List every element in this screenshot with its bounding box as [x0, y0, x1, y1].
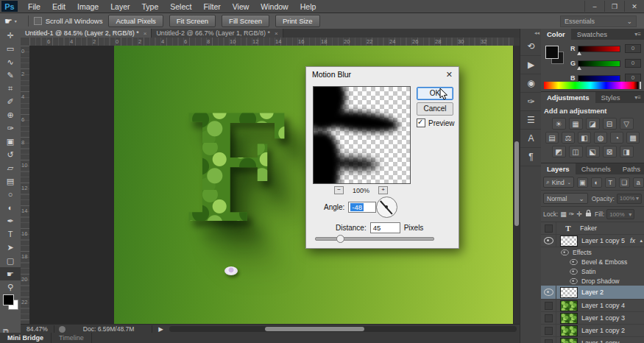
- panel-menu-icon[interactable]: ▾≡: [634, 31, 644, 38]
- adjustment-icon[interactable]: ◨: [620, 146, 634, 158]
- eyedropper-tool[interactable]: ✐: [0, 95, 21, 108]
- adjustment-icon[interactable]: ◧: [578, 132, 591, 144]
- slider-handle[interactable]: [577, 66, 581, 70]
- layer-row-layer-1-copy-3[interactable]: Layer 1 copy 3: [541, 312, 644, 325]
- layer-row-drop-shadow[interactable]: Drop Shadow: [541, 276, 644, 286]
- close-icon[interactable]: ×: [144, 30, 147, 37]
- channel-slider[interactable]: [578, 75, 620, 82]
- visibility-cell[interactable]: [541, 325, 556, 336]
- layer-row-layer-1-copy[interactable]: Layer 1 copy: [541, 337, 644, 343]
- menu-select[interactable]: Select: [164, 2, 197, 11]
- filter-kind-dropdown[interactable]: ⌕ Kind ⌄: [543, 177, 574, 188]
- layer-row-layer-1-copy-5[interactable]: Layer 1 copy 5fx▴: [541, 235, 644, 247]
- adjustment-icon[interactable]: ◍: [594, 132, 607, 144]
- layer-row-bevel-&-emboss[interactable]: Bevel & Emboss: [541, 257, 644, 266]
- actual-pixels-button[interactable]: Actual Pixels: [108, 15, 163, 27]
- adjustment-icon[interactable]: ▽: [620, 118, 634, 130]
- print-size-button[interactable]: Print Size: [275, 15, 320, 27]
- vertical-scrollbar[interactable]: [514, 46, 520, 324]
- eye-icon[interactable]: [570, 278, 577, 284]
- adjustment-icon[interactable]: ⊟: [603, 118, 617, 130]
- layer-row-faker[interactable]: TFaker: [541, 222, 644, 235]
- tab-adjustments[interactable]: Adjustments: [541, 92, 595, 103]
- expand-panels-icon[interactable]: ◂◂: [534, 30, 539, 36]
- foreground-color-swatch[interactable]: [545, 46, 559, 59]
- dialog-title-bar[interactable]: Motion Blur ✕: [306, 67, 459, 82]
- tab-timeline[interactable]: Timeline: [52, 333, 92, 343]
- character-panel-icon[interactable]: A: [520, 130, 542, 148]
- dodge-tool[interactable]: ◐: [0, 201, 21, 214]
- spot-healing-tool[interactable]: ⊕: [0, 108, 21, 121]
- tab-swatches[interactable]: Swatches: [571, 29, 613, 40]
- adjustment-icon[interactable]: ☀: [552, 118, 566, 130]
- tab-styles[interactable]: Styles: [595, 92, 626, 103]
- eye-icon[interactable]: [561, 250, 568, 255]
- type-tool[interactable]: T: [0, 227, 21, 241]
- menu-file[interactable]: File: [22, 2, 46, 11]
- lock-option-icon[interactable]: ✛: [576, 211, 582, 218]
- actions-panel-icon[interactable]: ▶: [520, 56, 542, 74]
- vertical-scrollbar-thumb[interactable]: [514, 141, 519, 226]
- horizontal-scrollbar[interactable]: [169, 326, 517, 332]
- fill-field[interactable]: 100% ▾: [606, 209, 634, 219]
- layer-row-satin[interactable]: Satin: [541, 266, 644, 276]
- menu-filter[interactable]: Filter: [197, 2, 226, 11]
- layer-row-layer-1-copy-4[interactable]: Layer 1 copy 4: [541, 300, 644, 312]
- scroll-all-windows-option[interactable]: Scroll All Windows: [34, 17, 103, 25]
- adjustment-icon[interactable]: ◪: [586, 118, 600, 130]
- channel-slider[interactable]: [578, 46, 620, 52]
- layer-row-effects[interactable]: Effects: [541, 247, 644, 257]
- fit-screen-button[interactable]: Fit Screen: [169, 15, 216, 27]
- blur-tool[interactable]: ○: [0, 188, 21, 201]
- adjustment-icon[interactable]: ▦: [569, 118, 583, 130]
- document-tab[interactable]: Untitled-1 @ 84.5% (Layer 2, RGB/8) *×: [21, 29, 152, 38]
- tab-channels[interactable]: Channels: [576, 163, 617, 174]
- visibility-empty[interactable]: [545, 224, 553, 233]
- close-icon[interactable]: ×: [275, 30, 278, 37]
- visibility-empty[interactable]: [545, 327, 553, 335]
- menu-image[interactable]: Image: [71, 2, 105, 11]
- visibility-cell[interactable]: [541, 222, 556, 234]
- color-spectrum-ramp[interactable]: [544, 82, 641, 89]
- layer-row-layer-1-copy-2[interactable]: Layer 1 copy 2: [541, 325, 644, 337]
- filter-type-icon[interactable]: T: [605, 177, 616, 188]
- angle-dial[interactable]: [376, 197, 397, 218]
- adjustment-icon[interactable]: ◫: [569, 146, 583, 158]
- history-panel-icon[interactable]: ⟲: [520, 38, 542, 56]
- distance-slider[interactable]: [315, 237, 434, 241]
- status-menu-arrow-icon[interactable]: ▶: [152, 325, 169, 333]
- adjustment-icon[interactable]: ▤: [545, 132, 559, 144]
- paragraph-panel-icon[interactable]: ¶: [520, 148, 542, 166]
- menu-type[interactable]: Type: [135, 2, 164, 11]
- slider-handle[interactable]: [577, 52, 581, 55]
- path-selection-tool[interactable]: ➤: [0, 241, 21, 254]
- adjustment-icon[interactable]: ◔: [610, 132, 623, 144]
- brush-presets-panel-icon[interactable]: ☰: [520, 111, 542, 130]
- hand-tool[interactable]: ☛: [0, 267, 21, 280]
- fill-screen-button[interactable]: Fill Screen: [222, 15, 269, 27]
- tool-preset-picker[interactable]: ☛ ▾: [4, 16, 17, 26]
- menu-edit[interactable]: Edit: [46, 2, 71, 11]
- restore-button[interactable]: ❐: [604, 1, 624, 12]
- adjustment-icon[interactable]: ◩: [552, 146, 566, 158]
- eye-icon[interactable]: [570, 269, 577, 275]
- blur-preview-box[interactable]: [313, 86, 411, 184]
- checkbox-checked[interactable]: [417, 119, 425, 127]
- visibility-empty[interactable]: [545, 314, 553, 322]
- horizontal-scrollbar-thumb[interactable]: [265, 327, 364, 331]
- pen-tool[interactable]: ✒: [0, 214, 21, 227]
- opacity-field[interactable]: 100% ▾: [617, 194, 642, 204]
- visibility-cell[interactable]: [541, 286, 556, 299]
- checkbox[interactable]: [34, 17, 42, 25]
- zoom-level[interactable]: 84.47%: [21, 325, 54, 333]
- collapse-effects-icon[interactable]: ▴: [640, 238, 643, 244]
- angle-input[interactable]: -48: [348, 202, 376, 213]
- close-icon[interactable]: ✕: [446, 70, 453, 79]
- gradient-tool[interactable]: ▤: [0, 174, 21, 188]
- filter-type-icon[interactable]: a: [633, 177, 644, 188]
- filter-type-icon[interactable]: ❏: [619, 177, 630, 188]
- filter-type-icon[interactable]: ◐: [591, 177, 602, 188]
- menu-window[interactable]: Window: [255, 2, 294, 11]
- clone-source-panel-icon[interactable]: ◉: [520, 74, 542, 93]
- minimize-button[interactable]: –: [584, 1, 604, 12]
